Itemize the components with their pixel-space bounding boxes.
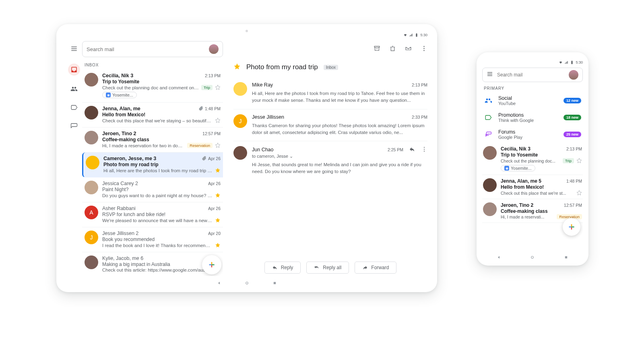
nav-labels[interactable]: [70, 104, 78, 113]
delete-button[interactable]: [389, 45, 396, 54]
message-item[interactable]: Jun Chao2:25 PMto cameron, Jesse ⌄Hi Jes…: [233, 141, 427, 180]
thread-tag: Trip: [201, 85, 213, 90]
thread-time: 1:48 PM: [566, 179, 582, 183]
status-time: 5:30: [576, 60, 583, 64]
avatar: [483, 202, 497, 216]
tablet-nav-rail: [66, 41, 82, 276]
svg-point-1: [423, 46, 425, 47]
star-icon[interactable]: [215, 142, 221, 148]
smart-chip[interactable]: ◉Yosemite...: [102, 92, 137, 98]
tablet-camera: [246, 30, 248, 32]
category-sub: YouTube: [498, 101, 558, 106]
star-icon[interactable]: [215, 117, 221, 123]
thread-snippet: Check out this place that we're staying …: [102, 118, 213, 123]
nav-inbox[interactable]: [68, 64, 80, 76]
message-meta: 2:13 PM: [412, 82, 427, 87]
avatar: [483, 178, 497, 192]
thread-sender: Jeroen, Tino 2: [102, 131, 136, 136]
attachment-icon: [202, 156, 206, 161]
thread-subject: Coffee-making class: [501, 208, 582, 214]
thread-subject: Trip to Yosemite: [102, 79, 221, 84]
thread-sender: Kylie, Jacob, me 6: [102, 256, 143, 261]
thread-item[interactable]: Cecilia, Nik 32:13 PMTrip to YosemiteChe…: [82, 70, 223, 103]
svg-rect-8: [273, 282, 275, 284]
detail-subject: Photo from my road trip: [246, 63, 318, 71]
message-item[interactable]: JJesse Jillissen2:33 PMThanks Cameron fo…: [233, 109, 427, 142]
star-icon[interactable]: [576, 158, 582, 163]
avatar: [85, 73, 98, 87]
thread-item[interactable]: Jenna, Alan, me1:48 PMHello from Mexico!…: [82, 103, 223, 128]
star-icon[interactable]: [215, 84, 221, 90]
nav-home[interactable]: [530, 254, 535, 262]
thread-item[interactable]: Jessica Carey 2Apr 26Paint Night?Do you …: [82, 177, 223, 202]
account-avatar[interactable]: [209, 44, 219, 54]
star-icon[interactable]: [215, 242, 221, 248]
reply-icon[interactable]: [409, 146, 415, 153]
thread-time: Apr 20: [208, 231, 221, 236]
svg-point-5: [424, 149, 425, 150]
nav-back[interactable]: [217, 280, 222, 287]
account-avatar[interactable]: [569, 70, 578, 80]
thread-star-icon[interactable]: [233, 63, 241, 72]
star-icon[interactable]: [215, 192, 221, 198]
avatar: J: [85, 231, 98, 244]
category-badge: 18 new: [564, 115, 581, 120]
thread-time: 1:48 PM: [198, 106, 221, 111]
forums-icon: [484, 131, 493, 138]
compose-fab[interactable]: [563, 218, 580, 236]
avatar: [85, 181, 98, 194]
thread-item[interactable]: Cameron, Jesse, me 3Apr 26Photo from my …: [82, 152, 223, 177]
mark-unread-button[interactable]: [405, 45, 412, 54]
archive-button[interactable]: [374, 45, 380, 54]
nav-chat[interactable]: [70, 122, 78, 131]
star-icon[interactable]: [215, 217, 221, 223]
menu-button[interactable]: [487, 71, 493, 79]
category-sub: Think with Google: [498, 118, 558, 123]
thread-item[interactable]: Jeroen, Tino 212:57 PMCoffee-making clas…: [82, 128, 223, 152]
message-item[interactable]: Mike Ray2:13 PMHi all, Here are the phot…: [233, 77, 427, 109]
tablet-searchbar[interactable]: [82, 41, 223, 57]
category-social[interactable]: SocialYouTube12 new: [482, 92, 583, 109]
category-badge: 12 new: [564, 98, 581, 103]
inbox-label-chip[interactable]: Inbox: [324, 65, 338, 70]
status-time: 5:30: [420, 33, 427, 37]
thread-subject: Book you recommended: [102, 237, 221, 242]
message-meta: 2:33 PM: [412, 115, 427, 120]
phone-searchbar[interactable]: [482, 68, 583, 82]
battery-icon: [415, 33, 419, 37]
message-to[interactable]: to cameron, Jesse ⌄: [252, 154, 427, 159]
nav-recent[interactable]: [564, 254, 569, 262]
thread-time: Apr 26: [208, 206, 221, 211]
thread-item[interactable]: Jenna, Alan, me 51:48 PMHello from Mexic…: [482, 175, 583, 199]
search-input[interactable]: [87, 46, 205, 52]
thread-sender: Cecilia, Nik 3: [102, 73, 133, 78]
attachment-icon: [198, 106, 203, 111]
reply-all-button[interactable]: Reply all: [306, 262, 349, 274]
nav-recent[interactable]: [272, 280, 277, 287]
thread-item[interactable]: AAsher RabbaniApr 26RSVP for lunch and b…: [82, 202, 223, 227]
forward-button[interactable]: Forward: [355, 262, 396, 274]
avatar: [85, 256, 98, 269]
more-button[interactable]: [421, 45, 427, 54]
smart-chip[interactable]: ◉Yosemite...: [501, 165, 535, 171]
star-icon[interactable]: [215, 167, 221, 173]
compose-fab[interactable]: [202, 255, 221, 274]
thread-sender: Asher Rabbani: [102, 206, 136, 211]
star-icon[interactable]: [576, 190, 582, 196]
reply-button[interactable]: Reply: [264, 262, 301, 274]
thread-subject: Hello from Mexico!: [501, 184, 582, 190]
svg-point-6: [424, 151, 425, 152]
menu-button[interactable]: [70, 45, 78, 54]
thread-item[interactable]: Cecilia, Nik 32:13 PMTrip to YosemiteChe…: [482, 143, 583, 175]
thread-tag: Trip: [563, 158, 574, 163]
nav-back[interactable]: [496, 254, 502, 262]
svg-rect-10: [565, 256, 567, 258]
category-promotions[interactable]: PromotionsThink with Google18 new: [482, 109, 583, 126]
more-icon[interactable]: [421, 146, 427, 153]
nav-people[interactable]: [70, 85, 78, 94]
phone-system-nav: [482, 251, 583, 262]
thread-item[interactable]: JJesse Jillissen 2Apr 20Book you recomme…: [82, 227, 223, 252]
search-input[interactable]: [497, 72, 565, 78]
category-forums[interactable]: ForumsGoogle Play25 new: [482, 126, 583, 143]
nav-home[interactable]: [244, 280, 250, 287]
